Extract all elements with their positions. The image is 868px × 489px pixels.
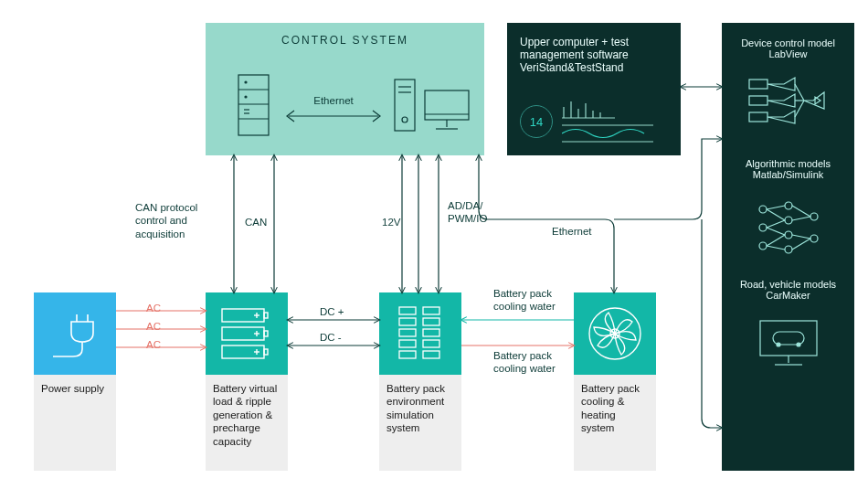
- bl-l1: Battery virtual: [213, 382, 281, 395]
- right-road1: Road, vehicle models: [733, 279, 843, 290]
- rack-server-icon: [233, 73, 274, 137]
- svg-rect-76: [399, 340, 416, 347]
- svg-point-5: [245, 96, 247, 98]
- es-l4: system: [386, 421, 454, 434]
- es-l1: Battery pack: [386, 382, 454, 395]
- env-sim-label: Battery pack environment simulation syst…: [379, 375, 461, 471]
- svg-point-39: [785, 246, 792, 253]
- svg-rect-75: [423, 329, 439, 336]
- svg-line-31: [795, 101, 804, 117]
- svg-rect-13: [425, 90, 469, 120]
- pc-tower-icon: [393, 78, 417, 133]
- power-supply-label: Power supply: [34, 375, 116, 471]
- can-protocol-label: CAN protocol control and acquisition: [135, 201, 217, 240]
- can-label: CAN: [245, 216, 267, 229]
- ac-label-1: AC: [146, 302, 161, 314]
- car-in-monitor-icon: [757, 317, 820, 367]
- wave-chart-icon: [562, 123, 653, 144]
- svg-line-29: [795, 84, 804, 101]
- battery-load-label: Battery virtual load & ripple generation…: [206, 375, 288, 471]
- svg-line-45: [767, 228, 785, 235]
- svg-rect-74: [399, 329, 416, 336]
- svg-rect-27: [749, 96, 767, 105]
- bar-chart-icon: [562, 100, 617, 120]
- power-supply-box: [34, 292, 116, 375]
- svg-point-12: [402, 117, 408, 122]
- ethernet-right-label: Ethernet: [552, 225, 591, 238]
- svg-rect-59: [264, 313, 268, 318]
- control-system-panel: CONTROL SYSTEM Ethernet: [206, 23, 484, 155]
- svg-line-51: [792, 239, 810, 250]
- svg-point-33: [759, 206, 767, 213]
- fan-icon: [587, 305, 643, 362]
- svg-rect-71: [423, 307, 439, 314]
- right-title2: LabView: [733, 48, 843, 59]
- co-l4: system: [581, 421, 649, 434]
- svg-line-48: [792, 206, 810, 217]
- ethernet-label: Ethernet: [283, 94, 384, 107]
- upper-computer-panel: Upper computer + test management softwar…: [507, 23, 681, 155]
- svg-rect-77: [423, 340, 439, 347]
- svg-rect-26: [749, 80, 767, 89]
- env-sim-box: [379, 292, 461, 375]
- svg-marker-32: [815, 97, 820, 104]
- ethernet-arrow-icon: [283, 107, 384, 125]
- cooling-label: Battery pack cooling & heating system: [574, 375, 656, 471]
- svg-rect-63: [264, 331, 268, 336]
- svg-line-42: [767, 206, 785, 209]
- dcm-label: DC -: [320, 331, 342, 344]
- upper-line1: Upper computer + test: [520, 36, 668, 48]
- server-grid-icon: [396, 305, 445, 362]
- svg-line-47: [767, 246, 785, 250]
- svg-rect-67: [264, 349, 268, 355]
- v12-label: 12V: [382, 216, 400, 229]
- ac-label-3: AC: [146, 338, 161, 351]
- right-alg1: Algorithmic models: [733, 158, 843, 169]
- bl-l4: precharge: [213, 421, 281, 434]
- svg-point-35: [759, 242, 767, 250]
- svg-point-57: [797, 343, 800, 346]
- svg-line-49: [792, 217, 810, 220]
- addapwmio-label: AD/DA/ PWM/IO: [448, 199, 512, 226]
- upper-line3: VeriStand&TestStand: [520, 61, 668, 74]
- plug-icon: [48, 309, 102, 358]
- battery-load-box: [206, 292, 288, 375]
- labview-diagram-icon: [747, 76, 830, 133]
- cooling-water-bot: Battery pack cooling water: [493, 349, 576, 376]
- bl-l5: capacity: [213, 435, 281, 448]
- svg-line-43: [767, 209, 785, 220]
- svg-point-40: [810, 213, 818, 220]
- right-alg2: Matlab/Simulink: [733, 169, 843, 180]
- svg-point-41: [810, 235, 818, 242]
- svg-point-56: [777, 343, 780, 346]
- right-road2: CarMaker: [733, 290, 843, 301]
- svg-line-50: [792, 235, 810, 239]
- svg-rect-78: [399, 351, 416, 358]
- svg-rect-70: [399, 307, 416, 314]
- bl-l3: generation &: [213, 409, 281, 421]
- svg-rect-28: [749, 112, 767, 122]
- svg-line-46: [767, 235, 785, 246]
- svg-point-38: [785, 231, 792, 239]
- co-l2: cooling &: [581, 395, 649, 408]
- badge-14: 14: [520, 105, 553, 138]
- es-l3: simulation: [386, 409, 454, 421]
- co-l3: heating: [581, 409, 649, 421]
- right-title1: Device control model: [733, 37, 843, 48]
- svg-line-44: [767, 220, 785, 228]
- svg-point-34: [759, 224, 767, 231]
- cooling-box: [574, 292, 656, 375]
- control-system-title: CONTROL SYSTEM: [206, 34, 484, 48]
- upper-line2: management software: [520, 48, 668, 61]
- svg-rect-72: [399, 318, 416, 325]
- es-l2: environment: [386, 395, 454, 408]
- svg-rect-73: [423, 318, 439, 325]
- monitor-icon: [423, 89, 471, 131]
- dcp-label: DC +: [320, 305, 344, 318]
- svg-point-4: [245, 81, 247, 83]
- svg-point-36: [785, 202, 792, 209]
- badge-14-value: 14: [530, 115, 543, 129]
- bl-l2: load & ripple: [213, 395, 281, 408]
- ac-label-2: AC: [146, 320, 161, 333]
- cooling-water-top: Battery pack cooling water: [493, 287, 576, 314]
